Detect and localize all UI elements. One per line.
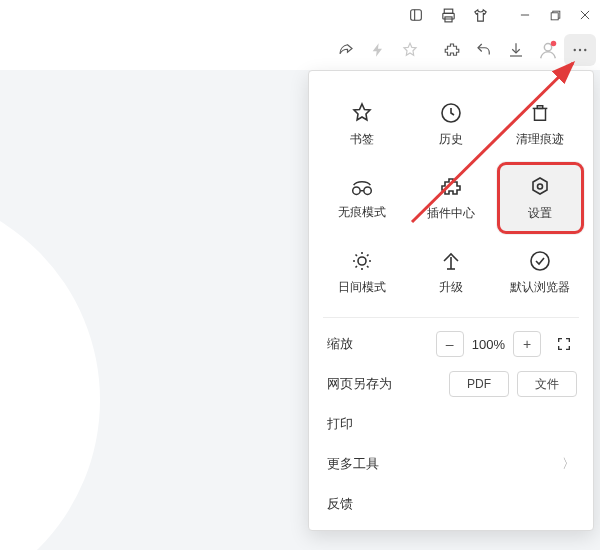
save-as-label: 网页另存为 — [327, 375, 392, 393]
share-icon[interactable] — [330, 34, 362, 66]
more-menu-button[interactable] — [564, 34, 596, 66]
zoom-label: 缩放 — [327, 335, 353, 353]
save-pdf-button[interactable]: PDF — [449, 371, 509, 397]
menu-print[interactable]: 打印 — [309, 404, 593, 444]
menu-day-mode[interactable]: 日间模式 — [317, 235, 406, 309]
profile-avatar-icon[interactable] — [532, 34, 564, 66]
print-titlebar-icon[interactable] — [433, 0, 463, 30]
svg-rect-7 — [551, 12, 558, 19]
menu-grid: 书签 历史 清理痕迹 无痕模式 插件中心 设置 日间模式 升级 — [309, 81, 593, 311]
menu-label: 设置 — [528, 205, 552, 222]
save-file-button[interactable]: 文件 — [517, 371, 577, 397]
window-controls — [510, 0, 600, 30]
svg-point-11 — [551, 41, 557, 47]
extensions-icon[interactable] — [436, 34, 468, 66]
menu-feedback[interactable]: 反馈 — [309, 484, 593, 524]
menu-label: 无痕模式 — [338, 204, 386, 221]
titlebar-extra-icons — [401, 0, 495, 30]
svg-point-14 — [584, 49, 586, 51]
menu-zoom-row: 缩放 – 100% + — [309, 324, 593, 364]
menu-label: 清理痕迹 — [516, 131, 564, 148]
apparel-icon[interactable] — [465, 0, 495, 30]
menu-save-as-row: 网页另存为 PDF 文件 — [309, 364, 593, 404]
menu-extensions[interactable]: 插件中心 — [406, 161, 495, 235]
star-icon — [350, 101, 374, 125]
chevron-right-icon: 〉 — [562, 455, 575, 473]
favorite-star-icon[interactable] — [394, 34, 426, 66]
svg-rect-0 — [411, 10, 422, 21]
undo-icon[interactable] — [468, 34, 500, 66]
menu-more-tools[interactable]: 更多工具 〉 — [309, 444, 593, 484]
svg-point-20 — [531, 252, 549, 270]
sun-icon — [350, 249, 374, 273]
zoom-value: 100% — [470, 337, 507, 352]
trash-icon — [529, 101, 551, 125]
upgrade-arrow-icon — [439, 249, 463, 273]
svg-point-12 — [574, 49, 576, 51]
menu-history[interactable]: 历史 — [406, 87, 495, 161]
menu-divider — [323, 317, 579, 318]
fullscreen-button[interactable] — [551, 332, 577, 356]
zoom-out-button[interactable]: – — [436, 331, 464, 357]
window-titlebar — [0, 0, 600, 30]
menu-label: 默认浏览器 — [510, 279, 570, 296]
menu-incognito[interactable]: 无痕模式 — [317, 161, 406, 235]
menu-clear-data[interactable]: 清理痕迹 — [496, 87, 585, 161]
menu-label: 插件中心 — [427, 205, 475, 222]
check-circle-icon — [528, 249, 552, 273]
menu-label: 书签 — [350, 131, 374, 148]
menu-upgrade[interactable]: 升级 — [406, 235, 495, 309]
incognito-icon — [349, 176, 375, 198]
window-minimize-button[interactable] — [510, 0, 540, 30]
decorative-curve — [0, 190, 100, 550]
svg-point-16 — [352, 187, 359, 194]
svg-point-19 — [358, 257, 366, 265]
svg-point-17 — [364, 187, 371, 194]
downloads-icon[interactable] — [500, 34, 532, 66]
menu-settings[interactable]: 设置 — [496, 161, 585, 235]
menu-label: 升级 — [439, 279, 463, 296]
svg-point-13 — [579, 49, 581, 51]
menu-default-browser[interactable]: 默认浏览器 — [496, 235, 585, 309]
browser-toolbar — [0, 30, 600, 71]
clock-icon — [439, 101, 463, 125]
svg-point-18 — [538, 184, 543, 189]
overflow-menu-panel: 书签 历史 清理痕迹 无痕模式 插件中心 设置 日间模式 升级 — [308, 70, 594, 531]
svg-rect-2 — [444, 9, 453, 13]
sidebar-toggle-icon[interactable] — [401, 0, 431, 30]
window-close-button[interactable] — [570, 0, 600, 30]
menu-label: 日间模式 — [338, 279, 386, 296]
more-tools-label: 更多工具 — [327, 455, 379, 473]
menu-bookmarks[interactable]: 书签 — [317, 87, 406, 161]
settings-hex-icon — [528, 175, 552, 199]
zoom-in-button[interactable]: + — [513, 331, 541, 357]
menu-label: 历史 — [439, 131, 463, 148]
print-label: 打印 — [327, 415, 353, 433]
feedback-label: 反馈 — [327, 495, 353, 513]
window-maximize-button[interactable] — [540, 0, 570, 30]
puzzle-icon — [439, 175, 463, 199]
svg-point-10 — [544, 44, 551, 51]
fullscreen-icon — [556, 336, 572, 352]
bolt-icon[interactable] — [362, 34, 394, 66]
